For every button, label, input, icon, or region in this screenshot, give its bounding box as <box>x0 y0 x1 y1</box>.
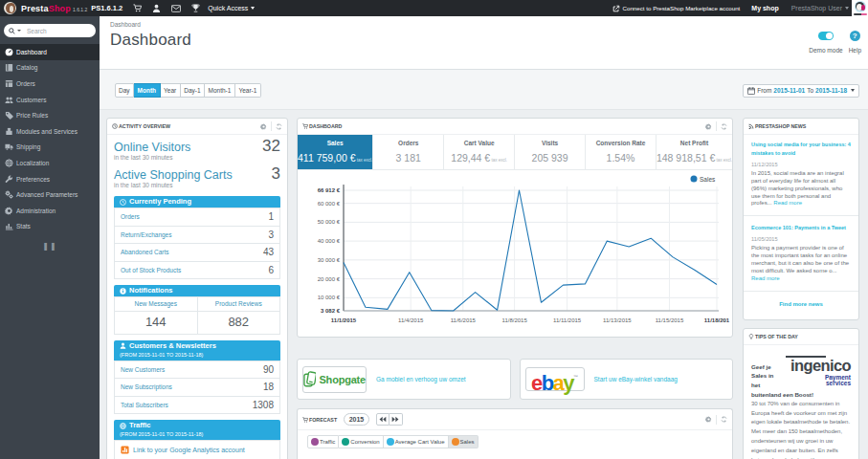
customers-table: New Customers90New Subscriptions18Total … <box>114 361 280 415</box>
product-reviews-value: 882 <box>197 311 280 334</box>
new-messages-link[interactable]: New Messages <box>115 297 198 312</box>
cart-icon[interactable] <box>133 4 142 12</box>
date-range-picker[interactable]: From 2015-11-01 To 2015-11-18 <box>743 84 859 98</box>
marketplace-link[interactable]: Connect to PrestaShop Marketplace accoun… <box>612 5 741 12</box>
sidebar-item-catalog[interactable]: Catalog <box>0 60 100 76</box>
activity-body: Online Visitors 32 in the last 30 minute… <box>107 135 287 459</box>
trophy-icon[interactable] <box>191 4 200 12</box>
cart-icon <box>302 123 308 129</box>
refresh-icon[interactable] <box>721 123 727 130</box>
next-year-button[interactable] <box>389 413 403 426</box>
range-button-month-1[interactable]: Month-1 <box>205 83 235 98</box>
range-button-year[interactable]: Year <box>161 83 181 98</box>
sidebar-item-localization[interactable]: Localization <box>0 155 100 171</box>
avatar[interactable] <box>852 0 868 16</box>
breadcrumb[interactable]: Dashboard <box>110 21 868 28</box>
right-column: PRESTASHOP NEWS Using social media for y… <box>743 118 859 459</box>
x-axis-tick-label: 11/11/2015 <box>553 317 582 323</box>
legend-item-conversion[interactable]: Conversion <box>339 435 383 448</box>
ebay-promo-link[interactable]: Start uw eBay-winkel vandaag <box>594 376 678 382</box>
panel-title: ACTIVITY OVERVIEW <box>119 123 170 129</box>
pending-row-link[interactable]: Orders <box>115 208 241 227</box>
user-menu[interactable]: PrestaShop User <box>791 5 849 11</box>
sidebar-item-price-rules[interactable]: Price Rules <box>0 107 100 123</box>
legend-item-sales[interactable]: Sales <box>449 435 479 448</box>
google-analytics-link[interactable]: Link to your Google Analytics account <box>133 447 245 453</box>
sidebar-search[interactable] <box>4 24 96 37</box>
gear-icon[interactable] <box>260 123 267 130</box>
prestashop-logo-icon <box>4 2 16 14</box>
sidebar-item-shipping[interactable]: Shipping <box>0 140 100 156</box>
customers-row-link[interactable]: New Customers <box>115 361 224 379</box>
sidebar-item-modules-and-services[interactable]: Modules and Services <box>0 123 100 140</box>
range-button-month[interactable]: Month <box>134 83 161 98</box>
range-button-day-1[interactable]: Day-1 <box>181 83 205 98</box>
pending-row-link[interactable]: Abandoned Carts <box>115 244 241 262</box>
my-shop-link[interactable]: My shop <box>751 5 778 11</box>
sidebar-item-stats[interactable]: Stats <box>0 219 100 235</box>
y-axis-tick-label: 30 000 € <box>318 257 341 263</box>
kpi-tab-conversion-rate[interactable]: Conversion Rate1.54% <box>586 135 657 169</box>
search-input[interactable] <box>27 28 82 34</box>
find-more-news-link[interactable]: Find more news <box>751 301 851 307</box>
section-title-row: Traffic <box>120 422 275 429</box>
panel-header-icons <box>260 121 282 131</box>
sidebar-item-label: Dashboard <box>16 49 47 55</box>
shopgate-promo-link[interactable]: Ga mobiel en verhoog uw omzet <box>376 376 466 382</box>
news-article-title[interactable]: Ecommerce 101: Payments in a Tweet <box>751 224 851 232</box>
legend-item-average-cart-value[interactable]: Average Cart Value <box>384 435 449 448</box>
pending-row-value: 6 <box>240 261 279 279</box>
table-row: Out of Stock Products6 <box>115 261 280 279</box>
sidebar-item-administration[interactable]: Administration <box>0 203 100 219</box>
kpi-tab-cart-value[interactable]: Cart Value129,44 € tax excl. <box>444 135 515 169</box>
collapse-menu-icon[interactable]: ❚❚ <box>0 242 100 251</box>
shop-name-link[interactable]: PS1.6.1.2 <box>91 4 122 12</box>
range-button-day[interactable]: Day <box>115 83 135 98</box>
y-axis-tick-label: 50 000 € <box>318 219 341 225</box>
sales-series-line <box>344 190 717 311</box>
read-more-link[interactable]: Read more <box>773 200 802 206</box>
sidebar-item-dashboard[interactable]: Dashboard <box>0 44 100 60</box>
news-article-title[interactable]: Using social media for your business: 4 … <box>751 141 851 158</box>
sidebar-item-label: Modules and Services <box>16 128 78 135</box>
person-icon[interactable] <box>152 4 161 12</box>
ingenico-logo: ingenico Paymentservices <box>779 354 851 387</box>
kpi-tab-net-profit[interactable]: Net Profit148 918,51 € tax excl. <box>657 135 732 169</box>
sidebar-item-advanced-parameters[interactable]: Advanced Parameters <box>0 186 100 203</box>
gear-icon[interactable] <box>705 416 712 423</box>
news-body: Using social media for your business: 4 … <box>744 135 858 319</box>
read-more-link[interactable]: Read more <box>751 275 780 281</box>
pending-row-link[interactable]: Out of Stock Products <box>115 261 241 279</box>
legend-dot-icon[interactable] <box>691 176 698 183</box>
previous-year-button[interactable] <box>376 413 389 426</box>
legend-item-traffic[interactable]: Traffic <box>307 435 339 448</box>
sidebar-item-orders[interactable]: Orders <box>0 76 100 92</box>
customers-row-link[interactable]: New Subscriptions <box>115 379 224 397</box>
sidebar-item-label: Advanced Parameters <box>16 191 78 198</box>
y-axis-tick-label: 3 082 € <box>321 308 341 314</box>
forecast-year-select[interactable]: 2015 <box>344 413 369 426</box>
envelope-icon[interactable] <box>171 5 181 12</box>
active-carts-link[interactable]: Active Shopping Carts <box>114 167 233 183</box>
panel-header-icons <box>705 121 727 131</box>
kpi-tab-sales[interactable]: Sales411 759,00 € tax excl. <box>298 135 373 169</box>
quick-access-menu[interactable]: Quick Access <box>208 5 255 11</box>
refresh-icon[interactable] <box>721 416 727 423</box>
section-title-row: Customers & Newsletters <box>120 342 275 350</box>
online-visitors-link[interactable]: Online Visitors <box>114 140 190 155</box>
gear-icon[interactable] <box>705 123 712 130</box>
pending-row-link[interactable]: Return/Exchanges <box>115 226 241 244</box>
refresh-icon[interactable] <box>276 123 282 130</box>
kpi-tab-visits[interactable]: Visits205 939 <box>515 135 586 169</box>
news-article-date: 11/12/2015 <box>751 162 851 167</box>
backward-icon <box>379 416 387 423</box>
pending-row-value: 43 <box>240 244 279 262</box>
sidebar-item-customers[interactable]: Customers <box>0 92 100 108</box>
demo-mode-toggle[interactable] <box>818 32 834 40</box>
product-reviews-link[interactable]: Product Reviews <box>197 297 280 312</box>
range-button-year-1[interactable]: Year-1 <box>235 83 261 98</box>
help-button[interactable]: ? <box>850 31 860 41</box>
sidebar-item-preferences[interactable]: Preferences <box>0 171 100 187</box>
kpi-tab-orders[interactable]: Orders3 181 <box>373 135 444 169</box>
customers-row-link[interactable]: Total Subscribers <box>115 396 224 414</box>
